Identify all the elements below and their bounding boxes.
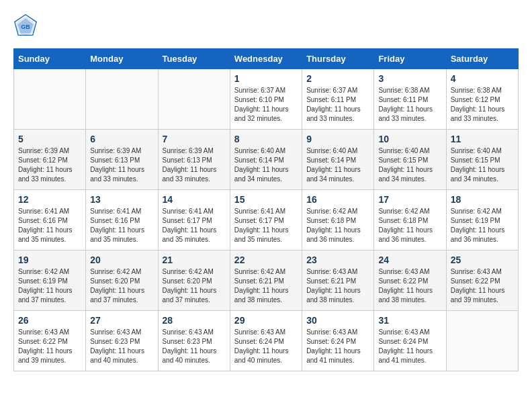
calendar-cell: [86, 69, 158, 130]
day-number: 9: [306, 134, 369, 144]
day-number: 18: [451, 194, 514, 205]
calendar-cell: 24Sunrise: 6:43 AM Sunset: 6:22 PM Dayli…: [374, 250, 446, 311]
page-header: GB: [13, 13, 519, 38]
day-number: 14: [163, 194, 226, 205]
calendar-cell: 19Sunrise: 6:42 AM Sunset: 6:19 PM Dayli…: [14, 250, 86, 311]
calendar-cell: 3Sunrise: 6:38 AM Sunset: 6:11 PM Daylig…: [374, 69, 446, 130]
day-info: Sunrise: 6:38 AM Sunset: 6:12 PM Dayligh…: [451, 86, 514, 124]
day-number: 31: [378, 315, 441, 326]
day-number: 19: [18, 255, 81, 265]
calendar-cell: 13Sunrise: 6:41 AM Sunset: 6:16 PM Dayli…: [86, 190, 158, 250]
day-info: Sunrise: 6:43 AM Sunset: 6:22 PM Dayligh…: [18, 328, 81, 365]
day-info: Sunrise: 6:43 AM Sunset: 6:23 PM Dayligh…: [163, 328, 226, 365]
day-info: Sunrise: 6:40 AM Sunset: 6:14 PM Dayligh…: [234, 146, 298, 184]
header-day-thursday: Thursday: [302, 49, 374, 69]
calendar-cell: 11Sunrise: 6:40 AM Sunset: 6:15 PM Dayli…: [446, 130, 518, 190]
day-info: Sunrise: 6:41 AM Sunset: 6:16 PM Dayligh…: [90, 207, 153, 244]
day-number: 26: [18, 315, 81, 326]
calendar-cell: 23Sunrise: 6:43 AM Sunset: 6:21 PM Dayli…: [302, 250, 374, 311]
day-info: Sunrise: 6:43 AM Sunset: 6:24 PM Dayligh…: [378, 328, 441, 365]
svg-text:GB: GB: [21, 24, 30, 30]
day-number: 17: [378, 194, 441, 205]
day-info: Sunrise: 6:38 AM Sunset: 6:11 PM Dayligh…: [378, 86, 441, 124]
day-number: 21: [163, 255, 226, 265]
day-info: Sunrise: 6:42 AM Sunset: 6:19 PM Dayligh…: [18, 267, 81, 305]
header-day-tuesday: Tuesday: [158, 49, 230, 69]
day-number: 27: [90, 315, 153, 326]
day-number: 1: [234, 73, 298, 84]
header-day-saturday: Saturday: [446, 49, 518, 69]
calendar-cell: 21Sunrise: 6:42 AM Sunset: 6:20 PM Dayli…: [158, 250, 230, 311]
day-number: 3: [378, 73, 441, 84]
calendar-body: 1Sunrise: 6:37 AM Sunset: 6:10 PM Daylig…: [14, 69, 519, 371]
day-info: Sunrise: 6:42 AM Sunset: 6:21 PM Dayligh…: [234, 267, 298, 305]
calendar-cell: 22Sunrise: 6:42 AM Sunset: 6:21 PM Dayli…: [230, 250, 302, 311]
day-info: Sunrise: 6:41 AM Sunset: 6:17 PM Dayligh…: [163, 207, 226, 244]
week-row-1: 1Sunrise: 6:37 AM Sunset: 6:10 PM Daylig…: [14, 69, 519, 130]
calendar-cell: 28Sunrise: 6:43 AM Sunset: 6:23 PM Dayli…: [158, 311, 230, 371]
day-number: 4: [451, 73, 514, 84]
day-info: Sunrise: 6:42 AM Sunset: 6:18 PM Dayligh…: [378, 207, 441, 244]
calendar-cell: 4Sunrise: 6:38 AM Sunset: 6:12 PM Daylig…: [446, 69, 518, 130]
calendar-cell: 9Sunrise: 6:40 AM Sunset: 6:14 PM Daylig…: [302, 130, 374, 190]
day-info: Sunrise: 6:41 AM Sunset: 6:17 PM Dayligh…: [234, 207, 298, 244]
calendar-cell: 12Sunrise: 6:41 AM Sunset: 6:16 PM Dayli…: [14, 190, 86, 250]
day-info: Sunrise: 6:43 AM Sunset: 6:22 PM Dayligh…: [451, 267, 514, 305]
day-number: 11: [451, 134, 514, 144]
week-row-5: 26Sunrise: 6:43 AM Sunset: 6:22 PM Dayli…: [14, 311, 519, 371]
day-number: 28: [163, 315, 226, 326]
week-row-3: 12Sunrise: 6:41 AM Sunset: 6:16 PM Dayli…: [14, 190, 519, 250]
week-row-2: 5Sunrise: 6:39 AM Sunset: 6:12 PM Daylig…: [14, 130, 519, 190]
header-day-sunday: Sunday: [14, 49, 86, 69]
day-number: 6: [90, 134, 153, 144]
calendar-cell: 17Sunrise: 6:42 AM Sunset: 6:18 PM Dayli…: [374, 190, 446, 250]
day-number: 25: [451, 255, 514, 265]
logo-icon: GB: [13, 13, 38, 38]
day-info: Sunrise: 6:40 AM Sunset: 6:14 PM Dayligh…: [306, 146, 369, 184]
day-number: 24: [378, 255, 441, 265]
calendar-cell: 10Sunrise: 6:40 AM Sunset: 6:15 PM Dayli…: [374, 130, 446, 190]
calendar-cell: 7Sunrise: 6:39 AM Sunset: 6:13 PM Daylig…: [158, 130, 230, 190]
calendar-cell: [158, 69, 230, 130]
calendar-table: SundayMondayTuesdayWednesdayThursdayFrid…: [13, 48, 519, 371]
day-info: Sunrise: 6:43 AM Sunset: 6:22 PM Dayligh…: [378, 267, 441, 305]
day-info: Sunrise: 6:42 AM Sunset: 6:18 PM Dayligh…: [306, 207, 369, 244]
header-day-wednesday: Wednesday: [230, 49, 302, 69]
day-number: 23: [306, 255, 369, 265]
day-info: Sunrise: 6:37 AM Sunset: 6:11 PM Dayligh…: [306, 86, 369, 124]
calendar-cell: 5Sunrise: 6:39 AM Sunset: 6:12 PM Daylig…: [14, 130, 86, 190]
calendar-cell: [14, 69, 86, 130]
calendar-cell: 25Sunrise: 6:43 AM Sunset: 6:22 PM Dayli…: [446, 250, 518, 311]
header-day-monday: Monday: [86, 49, 158, 69]
day-info: Sunrise: 6:43 AM Sunset: 6:23 PM Dayligh…: [90, 328, 153, 365]
calendar-cell: 14Sunrise: 6:41 AM Sunset: 6:17 PM Dayli…: [158, 190, 230, 250]
day-number: 13: [90, 194, 153, 205]
calendar-cell: 1Sunrise: 6:37 AM Sunset: 6:10 PM Daylig…: [230, 69, 302, 130]
calendar-cell: 8Sunrise: 6:40 AM Sunset: 6:14 PM Daylig…: [230, 130, 302, 190]
day-info: Sunrise: 6:40 AM Sunset: 6:15 PM Dayligh…: [451, 146, 514, 184]
day-info: Sunrise: 6:43 AM Sunset: 6:21 PM Dayligh…: [306, 267, 369, 305]
day-number: 20: [90, 255, 153, 265]
calendar-cell: 2Sunrise: 6:37 AM Sunset: 6:11 PM Daylig…: [302, 69, 374, 130]
day-number: 10: [378, 134, 441, 144]
day-number: 15: [234, 194, 298, 205]
calendar-cell: 26Sunrise: 6:43 AM Sunset: 6:22 PM Dayli…: [14, 311, 86, 371]
day-info: Sunrise: 6:41 AM Sunset: 6:16 PM Dayligh…: [18, 207, 81, 244]
day-info: Sunrise: 6:42 AM Sunset: 6:19 PM Dayligh…: [451, 207, 514, 244]
day-info: Sunrise: 6:42 AM Sunset: 6:20 PM Dayligh…: [163, 267, 226, 305]
day-number: 22: [234, 255, 298, 265]
day-info: Sunrise: 6:39 AM Sunset: 6:13 PM Dayligh…: [163, 146, 226, 184]
calendar-cell: 6Sunrise: 6:39 AM Sunset: 6:13 PM Daylig…: [86, 130, 158, 190]
calendar-cell: 16Sunrise: 6:42 AM Sunset: 6:18 PM Dayli…: [302, 190, 374, 250]
header-row: SundayMondayTuesdayWednesdayThursdayFrid…: [14, 49, 519, 69]
header-day-friday: Friday: [374, 49, 446, 69]
day-info: Sunrise: 6:40 AM Sunset: 6:15 PM Dayligh…: [378, 146, 441, 184]
day-number: 8: [234, 134, 298, 144]
day-number: 30: [306, 315, 369, 326]
calendar-cell: 29Sunrise: 6:43 AM Sunset: 6:24 PM Dayli…: [230, 311, 302, 371]
day-info: Sunrise: 6:42 AM Sunset: 6:20 PM Dayligh…: [90, 267, 153, 305]
day-number: 29: [234, 315, 298, 326]
day-number: 16: [306, 194, 369, 205]
day-info: Sunrise: 6:43 AM Sunset: 6:24 PM Dayligh…: [234, 328, 298, 365]
day-info: Sunrise: 6:37 AM Sunset: 6:10 PM Dayligh…: [234, 86, 298, 124]
